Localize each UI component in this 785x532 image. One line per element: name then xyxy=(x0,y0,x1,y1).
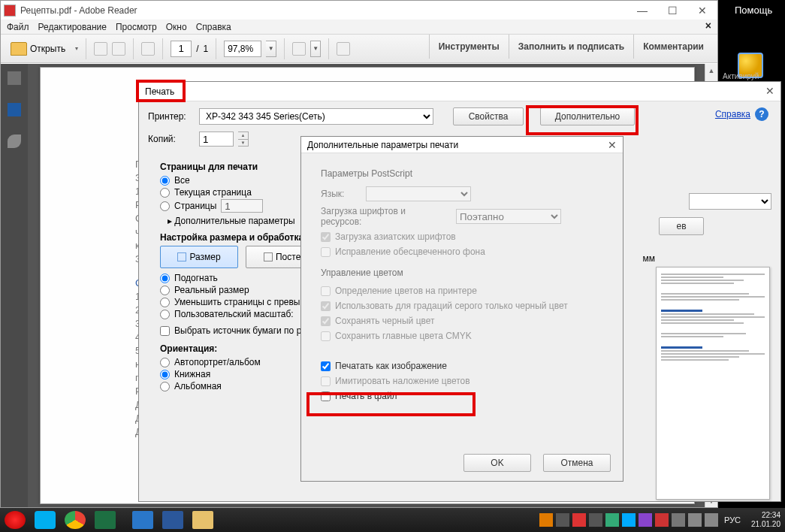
print-as-image-label: Печатать как изображение xyxy=(335,361,447,371)
radio-fit[interactable] xyxy=(160,274,170,283)
tray-icon[interactable] xyxy=(589,513,602,527)
radio-real[interactable] xyxy=(160,286,170,295)
attachment-icon[interactable] xyxy=(8,135,21,148)
excel-icon[interactable] xyxy=(95,511,116,529)
open-dropdown-arrow[interactable]: ▾ xyxy=(75,45,78,52)
label-real: Реальный размер xyxy=(174,285,249,295)
radio-pages[interactable] xyxy=(160,201,170,211)
advanced-close-icon[interactable]: ✕ xyxy=(608,139,617,151)
tray-icon[interactable] xyxy=(655,513,669,527)
copies-spinner[interactable]: ▲▼ xyxy=(238,131,249,147)
taskbar-lang[interactable]: РУС xyxy=(721,515,744,524)
tray-volume-icon[interactable] xyxy=(705,513,718,527)
comments-button[interactable]: Комментарии xyxy=(633,35,713,59)
print-help-icon[interactable]: ? xyxy=(755,107,768,121)
bookmark-icon[interactable] xyxy=(8,103,21,116)
menu-edit[interactable]: Редактирование xyxy=(38,22,107,32)
close-button[interactable]: ✕ xyxy=(687,1,717,20)
search-icon[interactable] xyxy=(132,511,153,529)
seg-size[interactable]: Размер xyxy=(160,246,238,268)
explorer-icon[interactable] xyxy=(192,511,213,529)
properties-button[interactable]: Свойства xyxy=(453,107,524,125)
print-to-file-label: Печать в файл xyxy=(335,391,397,401)
fix-bg-label: Исправление обесцвеченного фона xyxy=(335,246,485,257)
tray-icon[interactable] xyxy=(622,513,636,527)
ps-lang-select xyxy=(366,186,471,201)
advanced-button[interactable]: Дополнительно xyxy=(540,107,635,125)
copies-input[interactable] xyxy=(199,131,234,147)
preview-sheet xyxy=(656,267,770,500)
label-all: Все xyxy=(174,175,190,186)
tray-network-icon[interactable] xyxy=(688,513,702,527)
pages-input[interactable] xyxy=(221,199,263,213)
label-custom-scale: Пользовательский масштаб: xyxy=(174,309,294,319)
cancel-button[interactable]: Отмена xyxy=(543,454,611,472)
left-sidebar xyxy=(1,64,28,507)
tray-icon[interactable] xyxy=(605,513,619,527)
preview-select[interactable] xyxy=(689,193,771,210)
ps-fonts-label: Загрузка шрифтов и ресурсов: xyxy=(321,206,448,227)
radio-custom-scale[interactable] xyxy=(160,310,170,319)
fit-width-icon[interactable] xyxy=(292,42,306,56)
print-to-file-checkbox[interactable] xyxy=(321,391,331,401)
radio-orient-auto[interactable] xyxy=(160,358,170,367)
fit-dropdown[interactable]: ▼ xyxy=(310,41,321,57)
tray-icon[interactable] xyxy=(639,513,652,527)
printer-select[interactable]: XP-342 343 345 Series(Сеть) xyxy=(199,108,433,125)
print-as-image-checkbox[interactable] xyxy=(321,361,331,371)
toolbar-icon-1[interactable] xyxy=(94,42,107,56)
open-label: Открыть xyxy=(30,44,65,54)
toolbar-icon-2[interactable] xyxy=(112,42,125,56)
keep-black-checkbox xyxy=(321,316,331,326)
menu-view[interactable]: Просмотр xyxy=(116,22,157,32)
asian-fonts-label: Загрузка азиатских шрифтов xyxy=(335,231,456,242)
activate-label: Активируй xyxy=(723,72,759,80)
radio-orient-landscape[interactable] xyxy=(160,382,170,391)
radio-orient-portrait[interactable] xyxy=(160,370,170,379)
gray-black-label: Использовать для градаций серого только … xyxy=(335,301,568,311)
chrome-icon[interactable] xyxy=(65,511,86,529)
taskbar-clock[interactable]: 22:34 21.01.20 xyxy=(747,511,780,529)
zoom-dropdown[interactable]: ▼ xyxy=(266,41,276,57)
overprint-checkbox xyxy=(321,376,331,386)
window-title: Рецепты.pdf - Adobe Reader xyxy=(20,5,137,16)
paper-source-checkbox[interactable] xyxy=(160,326,170,336)
word-icon[interactable] xyxy=(162,511,183,529)
open-button[interactable]: Открыть xyxy=(5,40,71,58)
tray-icon[interactable] xyxy=(539,513,553,527)
scroll-up-arrow[interactable]: ▲ xyxy=(705,64,717,77)
skype-icon[interactable] xyxy=(35,511,56,529)
preview-ev-button[interactable]: ев xyxy=(659,217,704,235)
minimize-button[interactable]: — xyxy=(627,1,657,20)
print-close-icon[interactable]: ✕ xyxy=(765,85,774,97)
overprint-label: Имитировать наложение цветов xyxy=(335,376,470,386)
tray-icon[interactable] xyxy=(672,513,685,527)
fill-sign-button[interactable]: Заполнить и подписать xyxy=(509,35,633,59)
color-section-label: Управление цветом xyxy=(321,268,603,278)
menu-window[interactable]: Окно xyxy=(166,22,187,32)
tools-button[interactable]: Инструменты xyxy=(429,35,509,59)
radio-all-pages[interactable] xyxy=(160,176,170,186)
doc-close-x[interactable]: × xyxy=(705,20,711,32)
thumbnails-icon[interactable] xyxy=(8,71,21,85)
keep-black-label: Сохранять черный цвет xyxy=(335,316,435,326)
toolbar: Открыть ▾ / 1 97,8% ▼ ▼ Инструменты Запо… xyxy=(1,35,717,63)
radio-current-page[interactable] xyxy=(160,188,170,198)
ps-fonts-select: Поэтапно xyxy=(456,209,561,224)
label-current: Текущая страница xyxy=(174,187,252,198)
toolbar-icon-3[interactable] xyxy=(141,42,155,56)
menu-file[interactable]: Файл xyxy=(7,22,29,32)
page-current-input[interactable] xyxy=(171,41,192,57)
ok-button[interactable]: OK xyxy=(463,454,531,472)
maximize-button[interactable]: ☐ xyxy=(657,1,687,20)
tray-icon[interactable] xyxy=(572,513,586,527)
radio-shrink[interactable] xyxy=(160,298,170,307)
read-mode-icon[interactable] xyxy=(337,42,350,56)
zoom-percent[interactable]: 97,8% xyxy=(224,41,261,57)
page-sep: / xyxy=(196,44,198,54)
opera-icon[interactable] xyxy=(5,511,26,529)
menu-help[interactable]: Справка xyxy=(196,22,231,32)
label-orient-auto: Автопортрет/альбом xyxy=(174,357,261,367)
tray-icon[interactable] xyxy=(556,513,569,527)
print-help-link[interactable]: Справка xyxy=(715,109,750,119)
